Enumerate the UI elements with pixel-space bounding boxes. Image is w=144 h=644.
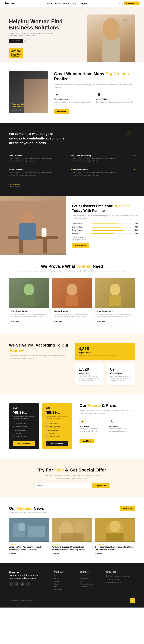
play-button[interactable]: ▶: [24, 38, 29, 43]
offer-form: Request Now: [35, 483, 109, 488]
twitter-icon[interactable]: t: [20, 582, 25, 586]
gold-feat-1: ✓Practice Questions: [46, 425, 68, 428]
quick-links-heading: Quick Links: [54, 571, 74, 573]
read-more-2[interactable]: Read More: [97, 320, 105, 322]
footer-bottom: © 2024 Femme. All Rights Reserved. ↑: [9, 596, 135, 603]
news-read-more-1[interactable]: Read More: [52, 552, 60, 554]
nav-link-about[interactable]: About: [55, 2, 59, 4]
dreams-heading: Great Women Have Many Big Dreams Realize: [54, 71, 135, 81]
free-offer-heading: Try For Free & Get Special Offer: [9, 468, 135, 472]
journey-section: We Serve You According To Our Journey Lo…: [0, 334, 144, 394]
news-image-0: [9, 518, 49, 542]
svg-rect-27: [107, 533, 124, 541]
nav-actions: 🔍 +1 234-456-789: [119, 2, 139, 6]
progress-bar-bg-0: [92, 224, 132, 224]
quick-link-services[interactable]: Services: [54, 580, 74, 582]
youtube-icon[interactable]: ▶: [26, 582, 30, 586]
footer-brand-col: Femme. Lorem ipsum dolor sit amet, conse…: [9, 571, 48, 591]
arrow-icon-3[interactable]: ↗: [133, 168, 135, 171]
pricing-info: Our Pricing & Plans Lorem ipsum dolor si…: [75, 403, 135, 443]
footer-social-links: f in t ▶: [9, 582, 48, 586]
contact-info-heading: Contact Info: [106, 571, 135, 573]
load-more-button[interactable]: Load More: [80, 439, 95, 443]
email-input[interactable]: [35, 483, 91, 488]
discuss-contact-info: Let's Send An Email femme@support.com: [72, 237, 138, 241]
services-cards-grid: Free Consultation Lorem ipsum dolor sit …: [9, 278, 135, 325]
progress-value-1: 72%: [133, 226, 138, 228]
arrow-icon-0[interactable]: ↗: [70, 154, 72, 157]
arrow-icon-1[interactable]: ↗: [133, 154, 135, 157]
discuss-woman-svg: [0, 198, 66, 255]
silver-feat-2: ✓Unlimited Access: [13, 428, 35, 432]
women-need-description: Lorem ipsum dolor sit amet, consectetur …: [9, 270, 135, 272]
nav-link-services[interactable]: Services: [63, 2, 69, 4]
silver-feat-0: ✓Office Coaching: [13, 422, 35, 425]
silver-purchase-button[interactable]: Purchase Now: [13, 441, 35, 446]
quick-link-home[interactable]: Home: [54, 575, 74, 577]
solutions-icon: 📱: [96, 92, 102, 97]
read-more-1[interactable]: Read More: [54, 320, 62, 322]
nav-link-blog[interactable]: Blog ▾: [73, 2, 78, 4]
stats-grid: 4,218 Project Success Lorem ipsum dolor …: [75, 343, 135, 385]
support-icon: 📞: [109, 418, 115, 424]
arrow-icon-2[interactable]: ↗: [70, 168, 72, 171]
service-business-relationship: Business Relationship Lorem ipsum dolor …: [72, 152, 135, 165]
nav-link-home[interactable]: Home: [47, 2, 52, 4]
pricing-features-list: 💰 Save Money Lorem ipsum dolor sit amet,…: [80, 418, 135, 436]
news-load-more-button[interactable]: Load More: [120, 506, 135, 511]
discuss-woman-image: [0, 196, 66, 255]
quick-link-pricing[interactable]: Pricing: [54, 583, 74, 585]
other-link-terms-conditions[interactable]: Terms & Conditions: [80, 583, 100, 585]
news-img-svg-0: [9, 518, 49, 542]
services-contact: More Information (+42) 81 135 2568: [9, 184, 135, 187]
quick-link-blog[interactable]: Blog: [54, 586, 74, 588]
stat-satisfied-clients: 1,329 Satisfied Clients Lorem ipsum dolo…: [75, 363, 104, 385]
news-tag-2: Government: [95, 544, 135, 545]
svg-rect-12: [23, 295, 35, 306]
progress-online-marketing: Online Marketing 72%: [72, 226, 138, 228]
other-link-terms[interactable]: Terms: [80, 580, 100, 582]
support-title: 24/7 Support: [109, 425, 135, 427]
news-title-2: Government Provides Assistance for Women…: [95, 546, 135, 551]
other-link-community[interactable]: Community: [80, 586, 100, 588]
nav-link-pages[interactable]: Pages ▾: [81, 2, 87, 4]
other-link-support[interactable]: Support: [80, 575, 100, 577]
card-desc-2: Lorem ipsum dolor sit amet, consectetur …: [97, 313, 133, 318]
news-image-2: [95, 518, 135, 542]
stat-num-1: 1,329: [79, 367, 100, 372]
svg-point-28: [110, 521, 120, 532]
other-link-privacy[interactable]: Privacy Policy: [80, 578, 100, 580]
back-to-top-button[interactable]: ↑: [130, 598, 135, 603]
news-read-more-0[interactable]: Read More: [9, 552, 17, 554]
load-more-area: Load More: [80, 439, 135, 443]
search-icon[interactable]: 🔍: [119, 2, 121, 5]
quick-link-community[interactable]: Community: [54, 588, 74, 590]
discuss-cta-button[interactable]: Request Now: [72, 243, 89, 248]
svg-point-7: [21, 210, 34, 224]
progress-bar-fill-3: [92, 233, 114, 234]
service-title-0: Smart Branding: [9, 154, 54, 156]
news-header-left: Our Updated News Lorem ipsum dolor sit a…: [9, 506, 46, 514]
nav-links: Home About Services Blog ▾ Pages ▾: [47, 2, 87, 4]
offer-cta-button[interactable]: Request Now: [92, 483, 109, 488]
footer-address: 📍 8 Post Tenner Pr., New Ochester: [106, 575, 135, 577]
stat-num-2: 87: [110, 367, 131, 372]
instagram-icon[interactable]: in: [15, 582, 19, 586]
svg-rect-19: [28, 526, 45, 537]
news-card-2: Government Government Provides Assistanc…: [95, 518, 135, 554]
news-section: Our Updated News Lorem ipsum dolor sit a…: [0, 497, 144, 564]
svg-point-20: [18, 523, 26, 532]
navbar: Femme. Home About Services Blog ▾ Pages …: [0, 0, 144, 7]
quick-link-about[interactable]: About: [54, 578, 74, 580]
contact-label: Let's Send An Email: [72, 237, 138, 239]
news-read-more-2[interactable]: Read More: [95, 552, 103, 554]
dreams-cta-button[interactable]: Learn More: [54, 109, 69, 114]
read-more-0[interactable]: Read More: [11, 320, 19, 322]
more-info-label[interactable]: More Information: [9, 184, 20, 186]
facebook-icon[interactable]: f: [9, 582, 13, 586]
card-image-1: [52, 278, 92, 308]
hero-cta-button[interactable]: Get Started: [9, 39, 23, 43]
phone-button[interactable]: +1 234-456-789: [124, 2, 139, 6]
gold-purchase-button[interactable]: Purchase Now: [46, 441, 68, 446]
stat-num-0: 4,218: [79, 346, 131, 351]
